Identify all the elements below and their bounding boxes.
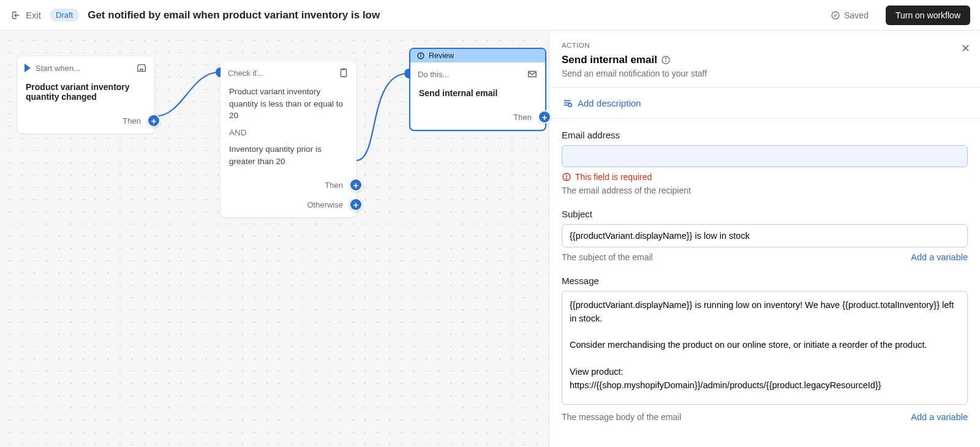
email-helper: The email address of the recipient bbox=[562, 186, 968, 195]
info-icon bbox=[417, 51, 425, 60]
svg-rect-1 bbox=[341, 69, 347, 77]
panel-title: Send internal email bbox=[562, 54, 968, 66]
action-head-label: Do this... bbox=[418, 70, 449, 79]
condition-head-label: Check if... bbox=[228, 69, 263, 78]
storefront-icon bbox=[136, 62, 147, 73]
page-title: Get notified by email when product varia… bbox=[88, 9, 380, 21]
add-description-label: Add description bbox=[578, 98, 641, 108]
subject-helper: The subject of the email bbox=[562, 252, 653, 262]
exit-icon bbox=[10, 10, 21, 21]
svg-point-8 bbox=[568, 103, 571, 107]
svg-rect-2 bbox=[342, 69, 345, 70]
action-title: Send internal email bbox=[410, 86, 545, 107]
message-textarea[interactable] bbox=[562, 291, 968, 405]
info-icon[interactable] bbox=[661, 55, 671, 65]
trigger-title: Product variant inventory quantity chang… bbox=[17, 80, 154, 110]
panel-title-text: Send internal email bbox=[562, 54, 657, 66]
condition-line-2: Inventory quantity prior is greater than… bbox=[229, 145, 322, 166]
otherwise-label: Otherwise bbox=[307, 200, 343, 209]
review-label: Review bbox=[429, 51, 454, 60]
saved-label: Saved bbox=[844, 10, 869, 20]
add-variable-link[interactable]: Add a variable bbox=[911, 252, 968, 262]
mail-icon bbox=[527, 69, 538, 80]
saved-indicator: Saved bbox=[831, 10, 869, 20]
workflow-canvas[interactable]: Start when... Product variant inventory … bbox=[0, 31, 549, 447]
email-label: Email address bbox=[562, 130, 968, 140]
close-icon[interactable]: ✕ bbox=[961, 42, 970, 55]
turn-on-workflow-button[interactable]: Turn on workflow bbox=[886, 6, 970, 25]
play-icon bbox=[24, 64, 31, 72]
action-node[interactable]: Review Do this... Send internal email Th… bbox=[409, 48, 546, 131]
add-description-button[interactable]: Add description bbox=[562, 97, 968, 108]
svg-point-7 bbox=[665, 58, 666, 58]
trigger-head-label: Start when... bbox=[36, 64, 80, 73]
then-label: Then bbox=[325, 181, 343, 190]
description-icon bbox=[562, 97, 573, 108]
action-config-panel: ACTION Send internal email Send an email… bbox=[549, 31, 980, 447]
subject-label: Subject bbox=[562, 209, 968, 219]
svg-point-4 bbox=[421, 54, 421, 54]
svg-point-10 bbox=[566, 178, 567, 179]
add-otherwise-button[interactable]: + bbox=[349, 198, 363, 211]
check-circle-icon bbox=[831, 10, 840, 20]
status-badge: Draft bbox=[50, 9, 79, 21]
message-helper: The message body of the email bbox=[562, 412, 681, 422]
app-header: Exit Draft Get notified by email when pr… bbox=[0, 0, 980, 31]
svg-rect-5 bbox=[529, 72, 537, 77]
exit-label: Exit bbox=[26, 10, 41, 20]
add-step-button[interactable]: + bbox=[538, 110, 551, 124]
alert-icon bbox=[562, 172, 571, 182]
then-label: Then bbox=[123, 116, 141, 126]
exit-button[interactable]: Exit bbox=[10, 10, 41, 21]
then-label: Then bbox=[513, 113, 532, 122]
panel-subtitle: Send an email notification to your staff bbox=[562, 69, 968, 78]
panel-section-label: ACTION bbox=[562, 42, 968, 49]
message-label: Message bbox=[562, 276, 968, 286]
trigger-node[interactable]: Start when... Product variant inventory … bbox=[17, 56, 154, 133]
add-then-button[interactable]: + bbox=[349, 178, 363, 192]
condition-and: AND bbox=[229, 127, 348, 139]
add-variable-link[interactable]: Add a variable bbox=[911, 412, 968, 422]
condition-node[interactable]: Check if... Product variant inventory qu… bbox=[221, 61, 356, 217]
subject-input[interactable] bbox=[562, 224, 968, 247]
main-area: Start when... Product variant inventory … bbox=[0, 31, 980, 447]
clipboard-icon bbox=[338, 67, 349, 78]
condition-line-1: Product variant inventory quantity is le… bbox=[229, 87, 343, 120]
email-input[interactable] bbox=[562, 145, 968, 167]
email-error-text: This field is required bbox=[575, 172, 652, 182]
add-step-button[interactable]: + bbox=[147, 114, 160, 127]
